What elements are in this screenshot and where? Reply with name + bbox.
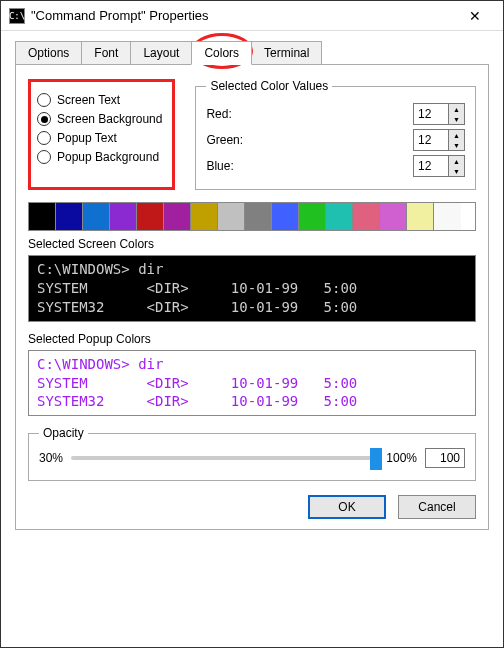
color-swatch[interactable] bbox=[245, 203, 272, 230]
red-label: Red: bbox=[206, 107, 231, 121]
radio-label: Screen Text bbox=[57, 93, 120, 107]
opacity-slider[interactable] bbox=[71, 456, 378, 460]
opacity-input[interactable] bbox=[425, 448, 465, 468]
color-swatch[interactable] bbox=[353, 203, 380, 230]
tab-options[interactable]: Options bbox=[15, 41, 82, 64]
color-swatch[interactable] bbox=[299, 203, 326, 230]
green-spinner[interactable]: ▲▼ bbox=[413, 129, 465, 151]
color-swatch[interactable] bbox=[164, 203, 191, 230]
radio-popup-background[interactable]: Popup Background bbox=[37, 150, 162, 164]
cmd-icon: C:\ bbox=[9, 8, 25, 24]
color-swatch[interactable] bbox=[434, 203, 461, 230]
slider-thumb-icon[interactable] bbox=[370, 448, 382, 470]
radio-popup-text[interactable]: Popup Text bbox=[37, 131, 162, 145]
blue-spinner[interactable]: ▲▼ bbox=[413, 155, 465, 177]
opacity-legend: Opacity bbox=[39, 426, 88, 440]
radio-screen-text[interactable]: Screen Text bbox=[37, 93, 162, 107]
radio-label: Screen Background bbox=[57, 112, 162, 126]
radio-icon bbox=[37, 93, 51, 107]
color-palette bbox=[28, 202, 476, 231]
tab-strip: Options Font Layout Colors Terminal bbox=[15, 41, 489, 65]
red-input[interactable] bbox=[414, 104, 448, 124]
color-target-group: Screen Text Screen Background Popup Text… bbox=[28, 79, 175, 190]
opacity-max-label: 100% bbox=[386, 451, 417, 465]
color-swatch[interactable] bbox=[137, 203, 164, 230]
color-swatch[interactable] bbox=[29, 203, 56, 230]
color-swatch[interactable] bbox=[191, 203, 218, 230]
radio-icon bbox=[37, 150, 51, 164]
selected-color-values: Selected Color Values Red: ▲▼ Green: ▲▼ bbox=[195, 79, 476, 190]
color-swatch[interactable] bbox=[407, 203, 434, 230]
tab-layout[interactable]: Layout bbox=[130, 41, 192, 64]
blue-input[interactable] bbox=[414, 156, 448, 176]
color-swatch[interactable] bbox=[380, 203, 407, 230]
titlebar: C:\ "Command Prompt" Properties ✕ bbox=[1, 1, 503, 31]
tab-terminal[interactable]: Terminal bbox=[251, 41, 322, 64]
screen-colors-label: Selected Screen Colors bbox=[28, 237, 476, 251]
down-arrow-icon[interactable]: ▼ bbox=[449, 166, 464, 176]
green-input[interactable] bbox=[414, 130, 448, 150]
tab-font[interactable]: Font bbox=[81, 41, 131, 64]
green-label: Green: bbox=[206, 133, 243, 147]
down-arrow-icon[interactable]: ▼ bbox=[449, 140, 464, 150]
close-button[interactable]: ✕ bbox=[455, 2, 495, 30]
screen-colors-preview: C:\WINDOWS> dir SYSTEM <DIR> 10-01-99 5:… bbox=[28, 255, 476, 322]
color-swatch[interactable] bbox=[110, 203, 137, 230]
up-arrow-icon[interactable]: ▲ bbox=[449, 104, 464, 114]
radio-icon bbox=[37, 131, 51, 145]
color-swatch[interactable] bbox=[326, 203, 353, 230]
radio-icon bbox=[37, 112, 51, 126]
radio-screen-background[interactable]: Screen Background bbox=[37, 112, 162, 126]
radio-label: Popup Text bbox=[57, 131, 117, 145]
blue-label: Blue: bbox=[206, 159, 233, 173]
up-arrow-icon[interactable]: ▲ bbox=[449, 130, 464, 140]
ok-button[interactable]: OK bbox=[308, 495, 386, 519]
radio-label: Popup Background bbox=[57, 150, 159, 164]
up-arrow-icon[interactable]: ▲ bbox=[449, 156, 464, 166]
color-swatch[interactable] bbox=[83, 203, 110, 230]
red-spinner[interactable]: ▲▼ bbox=[413, 103, 465, 125]
color-swatch[interactable] bbox=[218, 203, 245, 230]
color-swatch[interactable] bbox=[56, 203, 83, 230]
tab-colors[interactable]: Colors bbox=[191, 41, 252, 65]
down-arrow-icon[interactable]: ▼ bbox=[449, 114, 464, 124]
popup-colors-preview: C:\WINDOWS> dir SYSTEM <DIR> 10-01-99 5:… bbox=[28, 350, 476, 417]
cancel-button[interactable]: Cancel bbox=[398, 495, 476, 519]
opacity-min-label: 30% bbox=[39, 451, 63, 465]
opacity-group: Opacity 30% 100% bbox=[28, 426, 476, 481]
popup-colors-label: Selected Popup Colors bbox=[28, 332, 476, 346]
color-swatch[interactable] bbox=[272, 203, 299, 230]
window-title: "Command Prompt" Properties bbox=[31, 8, 455, 23]
scv-legend: Selected Color Values bbox=[206, 79, 332, 93]
